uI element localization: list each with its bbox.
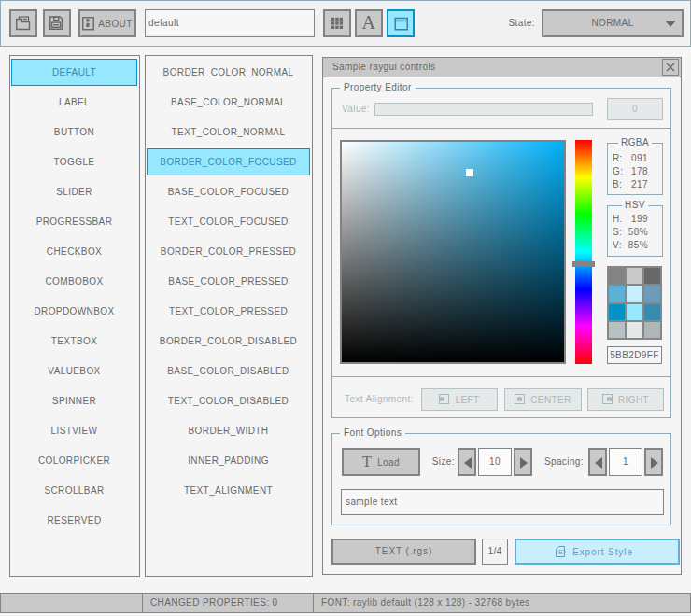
svg-text:E: E (558, 548, 564, 556)
